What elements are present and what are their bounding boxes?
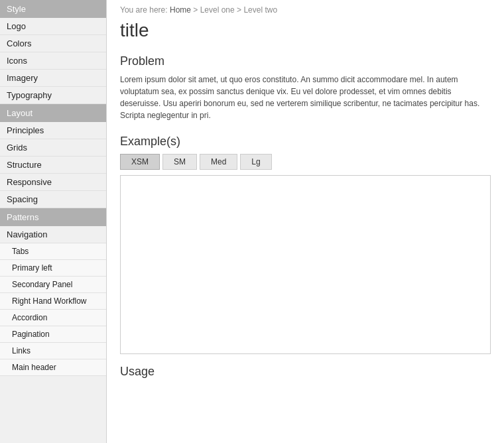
tab-buttons: XSM SM Med Lg	[120, 154, 491, 170]
breadcrumb-home[interactable]: Home	[170, 5, 191, 15]
problem-body: Lorem ipsum dolor sit amet, ut quo eros …	[120, 74, 491, 121]
problem-title: Problem	[120, 54, 491, 68]
usage-title: Usage	[120, 365, 491, 379]
sidebar-item-spacing[interactable]: Spacing	[0, 191, 106, 208]
examples-title: Example(s)	[120, 135, 491, 149]
sidebar-item-tabs[interactable]: Tabs	[0, 243, 106, 260]
sidebar-section-patterns: Patterns	[0, 208, 106, 226]
sidebar-item-primary-left[interactable]: Primary left	[0, 260, 106, 277]
sidebar-item-typography[interactable]: Typography	[0, 87, 106, 104]
sidebar-item-principles[interactable]: Principles	[0, 122, 106, 139]
tab-lg[interactable]: Lg	[240, 154, 271, 170]
breadcrumb-level-one: Level one	[200, 5, 235, 15]
breadcrumb-sep2: >	[237, 5, 243, 15]
breadcrumb-label: You are here:	[120, 5, 168, 15]
sidebar-item-logo[interactable]: Logo	[0, 18, 106, 35]
sidebar-item-main-header[interactable]: Main header	[0, 359, 106, 376]
sidebar-item-grids[interactable]: Grids	[0, 139, 106, 157]
tab-xsm[interactable]: XSM	[120, 154, 160, 170]
breadcrumb: You are here: Home > Level one > Level t…	[120, 5, 491, 15]
sidebar-item-accordion[interactable]: Accordion	[0, 310, 106, 326]
sidebar-section-style: Style	[0, 0, 106, 18]
tab-sm[interactable]: SM	[162, 154, 197, 170]
breadcrumb-sep1: >	[193, 5, 200, 15]
sidebar-item-right-hand-workflow[interactable]: Right Hand Workflow	[0, 293, 106, 310]
tab-med[interactable]: Med	[200, 154, 237, 170]
sidebar-item-pagination[interactable]: Pagination	[0, 326, 106, 343]
sidebar-item-navigation[interactable]: Navigation	[0, 226, 106, 243]
breadcrumb-level-two: Level two	[243, 5, 277, 15]
sidebar-section-layout: Layout	[0, 104, 106, 122]
main-content: You are here: Home > Level one > Level t…	[107, 0, 504, 443]
sidebar-item-responsive[interactable]: Responsive	[0, 174, 106, 191]
sidebar-item-colors[interactable]: Colors	[0, 35, 106, 52]
sidebar-item-structure[interactable]: Structure	[0, 157, 106, 174]
sidebar-item-imagery[interactable]: Imagery	[0, 70, 106, 87]
page-title: title	[120, 20, 491, 41]
sidebar: Style Logo Colors Icons Imagery Typograp…	[0, 0, 107, 443]
sidebar-item-icons[interactable]: Icons	[0, 52, 106, 70]
sidebar-item-links[interactable]: Links	[0, 343, 106, 359]
examples-section: Example(s) XSM SM Med Lg	[120, 135, 491, 354]
sidebar-item-secondary-panel[interactable]: Secondary Panel	[0, 277, 106, 293]
example-area	[120, 175, 491, 354]
